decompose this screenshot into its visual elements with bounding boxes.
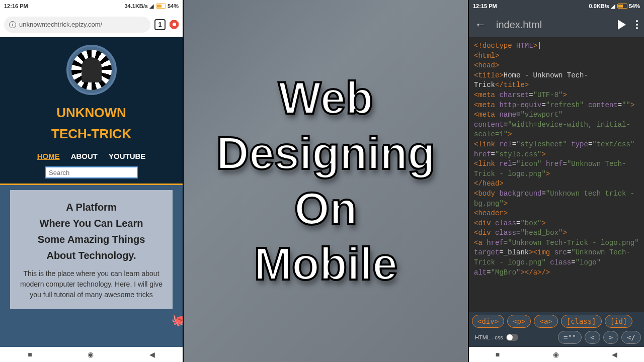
code-line[interactable]: <meta http-equiv="refresh" content="">	[474, 101, 639, 111]
status-bar-left: 12:16 PM 34.1KB/s ◢ 54%	[0, 0, 183, 12]
center-word-1: Web	[278, 75, 373, 121]
site-header: UNKNOWN TECH-TRICK HOME ABOUT YOUTUBE	[0, 37, 183, 185]
home-button-r[interactable]: ◉	[553, 350, 559, 358]
code-line[interactable]: <html>	[474, 51, 639, 61]
code-line[interactable]: <div class="head_box">	[474, 228, 639, 238]
snippet-button[interactable]: <div>	[472, 315, 504, 328]
site-title: UNKNOWN TECH-TRICK	[0, 103, 183, 144]
center-word-3: On	[294, 186, 357, 231]
status-right: 34.1KB/s ◢ 54%	[124, 3, 179, 10]
snippet-button[interactable]: [id]	[605, 315, 633, 328]
editor-filename: index.html	[496, 19, 608, 31]
snippet-button[interactable]: >	[603, 331, 618, 344]
browser-url-bar: i unknowntechtrick.epizy.com/ 1	[0, 12, 183, 37]
content-body: This is the place where you can learn ab…	[16, 268, 167, 300]
code-line[interactable]: <link rel="icon" href="Unknown Tech-Tric…	[474, 159, 639, 179]
menu-icon[interactable]	[636, 20, 638, 29]
code-line[interactable]: <head>	[474, 61, 639, 71]
back-arrow-button[interactable]: ←	[475, 18, 486, 31]
code-line[interactable]: <div class="box">	[474, 219, 639, 229]
code-line[interactable]: <title>Home - Unknown Tech-Trick</title>	[474, 71, 639, 90]
content-area: A Platform Where You Can Learn Some Amaz…	[0, 185, 183, 347]
right-phone-editor: 12:15 PM 0.0KB/s ◢ 54% ← index.html <!do…	[468, 0, 644, 362]
snippet-bar: <div><p><a>[class][id] HTML - css =""<><…	[469, 312, 644, 347]
status-time-r: 12:15 PM	[473, 3, 497, 9]
main-nav: HOME ABOUT YOUTUBE	[0, 152, 183, 160]
signal-icon-r: ◢	[611, 3, 615, 10]
search-input[interactable]	[45, 166, 138, 178]
status-right-r: 0.0KB/s ◢ 54%	[589, 3, 640, 10]
home-button[interactable]: ◉	[88, 350, 94, 358]
site-info-icon[interactable]: i	[9, 21, 16, 28]
tab-count-button[interactable]: 1	[154, 19, 166, 30]
snippet-button[interactable]: =""	[558, 331, 582, 344]
status-bar-right: 12:15 PM 0.0KB/s ◢ 54%	[469, 0, 644, 12]
back-button[interactable]: ◀	[149, 350, 155, 358]
center-word-2: Designing	[216, 131, 435, 176]
snippet-button[interactable]: <p>	[507, 315, 531, 328]
code-line[interactable]: </head>	[474, 179, 639, 189]
center-title: Web Designing On Mobile	[184, 0, 468, 362]
url-text: unknowntechtrick.epizy.com/	[19, 21, 102, 28]
android-nav-bar-r: ■ ◉ ◀	[469, 347, 644, 362]
recent-apps-button-r[interactable]: ■	[496, 350, 500, 358]
stop-icon[interactable]	[170, 20, 179, 29]
content-card: A Platform Where You Can Learn Some Amaz…	[10, 190, 173, 309]
url-field[interactable]: i unknowntechtrick.epizy.com/	[4, 17, 150, 33]
snippet-button[interactable]: [class]	[561, 315, 602, 328]
snippet-button[interactable]: </	[621, 331, 641, 344]
code-line[interactable]: <!doctype HTML>|	[474, 41, 639, 51]
nav-youtube[interactable]: YOUTUBE	[109, 152, 145, 160]
battery-icon	[156, 4, 166, 9]
nav-about[interactable]: ABOUT	[71, 152, 98, 160]
run-button[interactable]	[618, 20, 626, 30]
back-button-r[interactable]: ◀	[612, 350, 617, 358]
snippet-button[interactable]: <a>	[534, 315, 557, 328]
left-phone-browser: 12:16 PM 34.1KB/s ◢ 54% i unknowntechtri…	[0, 0, 184, 362]
code-line[interactable]: <meta charset="UTF-8">	[474, 90, 639, 101]
code-editor[interactable]: <!doctype HTML>|<html><head><title>Home …	[469, 37, 644, 312]
signal-icon: ◢	[149, 3, 153, 10]
recent-apps-button[interactable]: ■	[28, 350, 32, 358]
code-line[interactable]: <a href="Unknown Tech-Trick - logo.png" …	[474, 238, 639, 278]
snippet-button[interactable]: <	[585, 331, 600, 344]
code-line[interactable]: <header>	[474, 209, 639, 219]
net-speed: 34.1KB/s	[124, 3, 147, 9]
net-speed-r: 0.0KB/s	[589, 3, 609, 9]
content-heading: A Platform Where You Can Learn Some Amaz…	[16, 199, 167, 263]
code-line[interactable]: <body background="Unknown tech trick - b…	[474, 189, 639, 209]
nav-home[interactable]: HOME	[37, 152, 60, 160]
battery-icon-r	[617, 4, 627, 9]
code-line[interactable]: <link rel="stylesheet" type="text/css" h…	[474, 140, 639, 159]
android-nav-bar: ■ ◉ ◀	[0, 347, 183, 362]
site-logo[interactable]	[66, 45, 117, 95]
battery-percent: 54%	[168, 3, 179, 9]
editor-toolbar: ← index.html	[469, 12, 644, 37]
lang-toggle[interactable]: HTML - css	[472, 333, 521, 342]
battery-percent-r: 54%	[629, 3, 640, 9]
center-word-4: Mobile	[254, 241, 397, 287]
mascot-icon: 🐙	[172, 314, 183, 327]
status-time: 12:16 PM	[4, 3, 28, 9]
code-line[interactable]: <meta name="viewport" content="width=dev…	[474, 110, 639, 140]
